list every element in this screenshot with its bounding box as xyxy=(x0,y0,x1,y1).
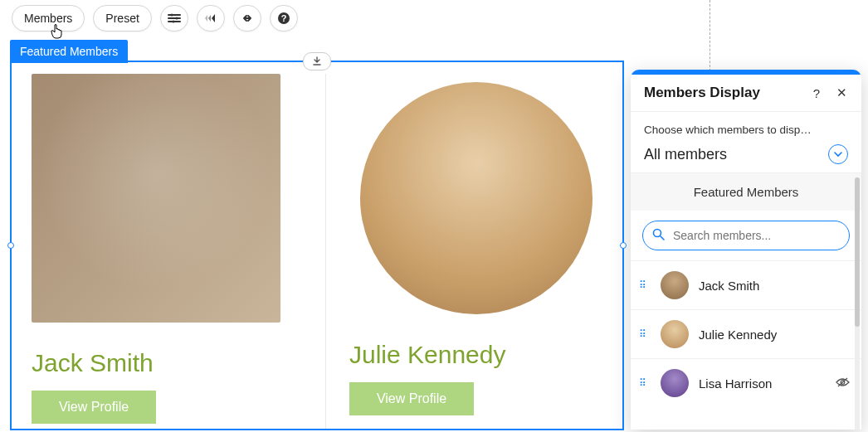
svg-point-5 xyxy=(654,230,661,237)
member-name: Jack Smith xyxy=(32,349,302,377)
close-icon[interactable]: ✕ xyxy=(833,85,850,100)
panel-title: Members Display xyxy=(644,85,800,101)
avatar xyxy=(661,320,689,348)
svg-point-2 xyxy=(172,20,174,22)
member-list-row[interactable]: ⠿ Jack Smith xyxy=(631,260,861,309)
editor-toolbar: Members Preset ? xyxy=(12,5,298,32)
panel-header: Members Display ? ✕ xyxy=(631,75,861,112)
search-members-input[interactable] xyxy=(642,221,850,250)
member-name: Julie Kennedy xyxy=(349,341,602,369)
search-icon xyxy=(652,228,665,243)
chevron-down-icon xyxy=(828,144,848,164)
view-profile-button[interactable]: View Profile xyxy=(32,391,156,424)
resize-handle-right[interactable] xyxy=(620,242,627,249)
dropdown-selected-value: All members xyxy=(644,146,727,163)
panel-scrollbar[interactable] xyxy=(855,177,860,430)
drag-handle-icon[interactable]: ⠿ xyxy=(639,381,651,386)
featured-members-subheader: Featured Members xyxy=(631,173,861,211)
panel-help-icon[interactable]: ? xyxy=(808,86,825,100)
drag-handle-icon[interactable]: ⠿ xyxy=(639,332,651,337)
scrollbar-thumb[interactable] xyxy=(855,177,860,327)
hidden-eye-icon[interactable] xyxy=(836,376,850,391)
panel-caption: Choose which members to disp… xyxy=(644,124,848,136)
avatar xyxy=(661,271,689,299)
member-row-name: Julie Kennedy xyxy=(699,328,850,342)
resize-handle-left[interactable] xyxy=(7,242,14,249)
members-scope-dropdown[interactable]: All members xyxy=(644,144,848,164)
search-section xyxy=(631,211,861,260)
member-list-row[interactable]: ⠿ Julie Kennedy xyxy=(631,309,861,358)
member-row-name: Lisa Harrison xyxy=(699,376,826,391)
view-profile-button[interactable]: View Profile xyxy=(349,382,474,415)
member-card: Jack Smith View Profile xyxy=(27,74,307,429)
design-icon[interactable] xyxy=(160,5,188,32)
vertical-guide-line xyxy=(710,0,710,71)
stretch-icon[interactable] xyxy=(233,5,261,32)
preset-button[interactable]: Preset xyxy=(93,5,151,32)
svg-point-0 xyxy=(170,13,173,16)
members-settings-button[interactable]: Members xyxy=(12,5,85,32)
svg-point-1 xyxy=(175,17,178,19)
svg-text:?: ? xyxy=(280,13,286,23)
download-icon[interactable] xyxy=(303,52,331,70)
members-display-panel: Members Display ? ✕ Choose which members… xyxy=(631,70,861,430)
member-photo xyxy=(32,74,280,323)
drag-handle-icon[interactable]: ⠿ xyxy=(639,283,651,288)
member-row-name: Jack Smith xyxy=(699,279,850,293)
members-widget-selection[interactable]: Jack Smith View Profile Julie Kennedy Vi… xyxy=(10,61,624,430)
avatar xyxy=(661,369,689,397)
animation-icon[interactable] xyxy=(197,5,225,32)
component-tag-label[interactable]: Featured Members xyxy=(10,40,128,63)
help-icon[interactable]: ? xyxy=(270,5,298,32)
display-scope-section: Choose which members to disp… All member… xyxy=(631,112,861,173)
member-list-row[interactable]: ⠿ Lisa Harrison xyxy=(631,358,861,407)
member-card: Julie Kennedy View Profile xyxy=(325,74,607,429)
member-photo xyxy=(360,82,592,314)
